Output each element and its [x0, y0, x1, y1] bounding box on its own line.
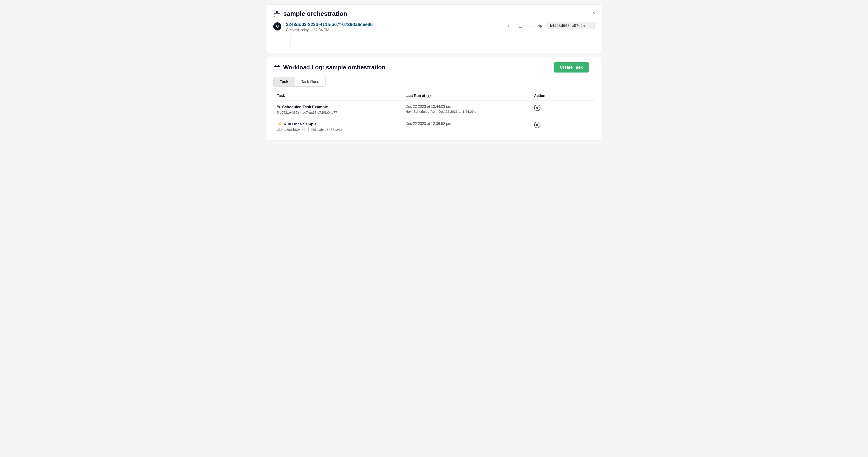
orchestration-created: Created today at 12:34 PM: [286, 28, 373, 32]
orchestration-info: 2243dd03-323d-411a-b67f-0726da6cee86 Cre…: [286, 22, 373, 32]
task-name-1: Scheduled Task Example: [282, 105, 328, 109]
scheduled-task-icon: ↻: [277, 105, 280, 109]
orchestration-header: sample orchestration ^: [273, 10, 595, 18]
task-uuid-2: 3304a89a-b804-4945-9651-3b4d3577124a: [277, 128, 398, 131]
orchestration-grid-icon: [273, 10, 281, 18]
svg-rect-0: [274, 11, 276, 13]
orchestration-details: O 2243dd03-323d-411a-b67f-0726da6cee86 C…: [273, 22, 595, 47]
tab-task[interactable]: Task: [274, 77, 295, 86]
last-run-time-1: Dec 22 2023 at 12:44:03 pm: [405, 105, 527, 109]
workload-card: Workload Log: sample orchestration Creat…: [267, 57, 601, 141]
workload-log-icon: [273, 64, 281, 71]
vertical-line: [290, 34, 290, 47]
task-name-row-1: ↻ Scheduled Task Example: [277, 105, 398, 109]
col-header-last-run: Last Run at i: [402, 91, 530, 101]
workload-title-row: Workload Log: sample orchestration: [273, 64, 385, 71]
last-run-cell-1: Dec 22 2023 at 12:44:03 pm Next Schedule…: [402, 101, 530, 118]
table-row: ⚡ Run Once Sample 3304a89a-b804-4945-965…: [273, 118, 595, 135]
orchestration-meta: remote_inference.zip b4593d6084e07e9a...: [508, 22, 595, 29]
action-cell-1: [530, 101, 595, 118]
orchestration-title: sample orchestration: [283, 10, 347, 18]
action-inner-1: [536, 107, 538, 109]
meta-filename: remote_inference.zip: [508, 24, 542, 28]
tab-task-runs[interactable]: Task Runs: [295, 77, 326, 86]
action-cell-2: [530, 118, 595, 135]
task-uuid-1: 5fc0521e-387e-4cc7-aa97-c728fg0ffd77: [277, 110, 398, 114]
orchestration-title-row: sample orchestration: [273, 10, 347, 18]
task-cell-2: ⚡ Run Once Sample 3304a89a-b804-4945-965…: [273, 118, 402, 135]
orchestration-id: 2243dd03-323d-411a-b67f-0726da6cee86: [286, 22, 373, 27]
workload-title: Workload Log: sample orchestration: [283, 64, 385, 71]
next-run-1: Next Scheduled Run: Dec 22 2023 at 1:44:…: [405, 109, 527, 113]
info-icon: i: [427, 94, 431, 98]
create-task-button[interactable]: Create Task: [554, 62, 589, 72]
last-run-cell-2: Dec 22 2023 at 12:36:52 pm: [402, 118, 530, 135]
task-name-2: Run Once Sample: [284, 122, 316, 127]
action-inner-2: [536, 124, 538, 126]
last-run-time-2: Dec 22 2023 at 12:36:52 pm: [405, 122, 527, 126]
tabs-container: Task Task Runs: [273, 77, 326, 87]
workload-header: Workload Log: sample orchestration Creat…: [273, 62, 595, 72]
orchestration-card: sample orchestration ^ O 2243dd03-323d-4…: [267, 4, 601, 53]
status-badge: O: [273, 22, 281, 31]
action-icon-1[interactable]: [534, 105, 540, 111]
svg-rect-1: [277, 11, 280, 13]
svg-rect-2: [274, 14, 275, 17]
task-cell-1: ↻ Scheduled Task Example 5fc0521e-387e-4…: [273, 101, 402, 118]
action-icon-2[interactable]: [534, 122, 540, 128]
col-header-action: Action: [530, 91, 595, 101]
collapse-icon[interactable]: ^: [593, 11, 595, 17]
meta-hash: b4593d6084e07e9a...: [547, 22, 595, 29]
col-header-task: Task: [273, 91, 402, 101]
workload-collapse-icon[interactable]: ^: [593, 65, 595, 70]
task-name-row-2: ⚡ Run Once Sample: [277, 122, 398, 127]
tasks-table: Task Last Run at i Action ↻: [273, 91, 595, 135]
run-once-task-icon: ⚡: [277, 122, 282, 127]
last-run-header: Last Run at i: [405, 94, 431, 98]
table-row: ↻ Scheduled Task Example 5fc0521e-387e-4…: [273, 101, 595, 118]
svg-rect-3: [274, 65, 280, 70]
